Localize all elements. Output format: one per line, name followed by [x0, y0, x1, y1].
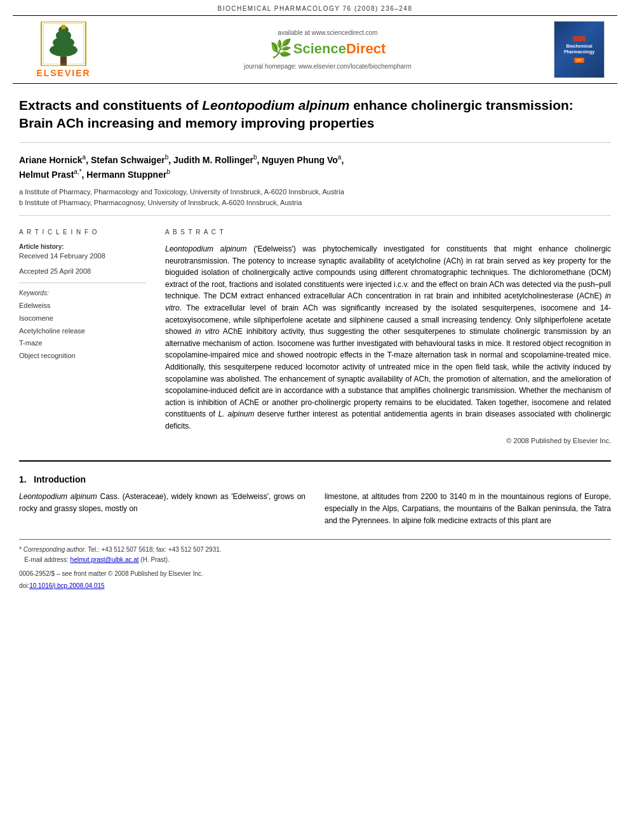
introduction-section: 1. Introduction Leontopodium alpinum Cas… — [19, 460, 611, 526]
info-divider — [19, 283, 146, 283]
journal-cover-title: Biochemical Pharmacology — [558, 43, 601, 55]
affiliation-b: b Institute of Pharmacy, Pharmacognosy, … — [19, 197, 611, 209]
affiliation-a: a Institute of Pharmacy, Pharmacology an… — [19, 187, 611, 198]
article-title: Extracts and constituents of Leontopodiu… — [19, 97, 611, 133]
doi-text: doi:10.1016/j.bcp.2008.04.015 — [19, 582, 105, 589]
journal-cover: Biochemical Pharmacology BP — [554, 21, 605, 78]
intro-left: Leontopodium alpinum Cass. (Asteraceae),… — [19, 491, 305, 526]
article-title-section: Extracts and constituents of Leontopodiu… — [19, 84, 611, 143]
main-content: Extracts and constituents of Leontopodiu… — [0, 84, 630, 589]
abstract-col: A B S T R A C T Leontopodium alpinum ('E… — [165, 229, 611, 445]
page-container: BIOCHEMICAL PHARMACOLOGY 76 (2008) 236–2… — [0, 0, 630, 840]
corresponding-author-note: * Corresponding author. Tel.: +43 512 50… — [19, 545, 611, 555]
center-header: available at www.sciencedirect.com 🌿 Sci… — [102, 29, 554, 70]
accepted-date: Accepted 25 April 2008 — [19, 267, 146, 275]
doi-link[interactable]: 10.1016/j.bcp.2008.04.015 — [29, 582, 104, 589]
keyword-object-recognition: Object recognition — [19, 350, 146, 363]
keyword-isocomene: Isocomene — [19, 312, 146, 325]
email-note: E-mail address: helmut.prast@uibk.ac.at … — [19, 555, 611, 565]
intro-left-text: Leontopodium alpinum Cass. (Asteraceae),… — [19, 491, 305, 514]
affiliations: a Institute of Pharmacy, Pharmacology an… — [19, 187, 611, 209]
elsevier-tree-icon — [38, 22, 89, 66]
keywords-label: Keywords: — [19, 290, 146, 297]
journal-citation-bar: BIOCHEMICAL PHARMACOLOGY 76 (2008) 236–2… — [0, 0, 630, 15]
issn-text: 0006-2952/$ – see front matter © 2008 Pu… — [19, 570, 203, 577]
authors-line: Ariane Hornicka, Stefan Schwaigerb, Judi… — [19, 152, 611, 182]
journal-citation: BIOCHEMICAL PHARMACOLOGY 76 (2008) 236–2… — [218, 5, 413, 12]
elsevier-logo: ELSEVIER — [25, 22, 102, 78]
section-title: Introduction — [34, 474, 86, 484]
corresponding-author-text: * Corresponding author. Tel.: +43 512 50… — [19, 546, 222, 553]
header-area: ELSEVIER available at www.sciencedirect.… — [13, 15, 617, 84]
abstract-heading: A B S T R A C T — [165, 229, 611, 236]
two-col-section: A R T I C L E I N F O Article history: R… — [19, 215, 611, 458]
direct-part: Direct — [346, 41, 385, 57]
abstract-text: Leontopodium alpinum ('Edelweiss') was p… — [165, 243, 611, 432]
available-text: available at www.sciencedirect.com — [114, 29, 541, 36]
received-date: Received 14 February 2008 — [19, 252, 146, 260]
sciencedirect-logo: 🌿 ScienceDirect — [270, 40, 386, 58]
svg-rect-5 — [62, 25, 65, 29]
history-label: Article history: — [19, 243, 146, 250]
footnotes-area: * Corresponding author. Tel.: +43 512 50… — [19, 539, 611, 589]
keyword-edelweiss: Edelweiss — [19, 300, 146, 312]
copyright-line: © 2008 Published by Elsevier Inc. — [165, 437, 611, 444]
elsevier-label: ELSEVIER — [36, 68, 90, 78]
doi-bar: doi:10.1016/j.bcp.2008.04.015 — [19, 577, 611, 589]
keyword-tmaze: T-maze — [19, 337, 146, 350]
svg-rect-0 — [60, 57, 67, 66]
authors-section: Ariane Hornicka, Stefan Schwaigerb, Judi… — [19, 143, 611, 215]
keyword-acetylcholine: Acetylcholine release — [19, 325, 146, 338]
intro-right: limestone, at altitudes from 2200 to 314… — [325, 491, 611, 526]
intro-two-col: Leontopodium alpinum Cass. (Asteraceae),… — [19, 491, 611, 526]
section-number: 1. — [19, 474, 27, 484]
intro-right-text: limestone, at altitudes from 2200 to 314… — [325, 491, 611, 526]
section-number-heading: 1. Introduction — [19, 474, 611, 484]
science-part: Science — [293, 41, 346, 57]
journal-homepage: journal homepage: www.elsevier.com/locat… — [114, 63, 541, 70]
article-info-col: A R T I C L E I N F O Article history: R… — [19, 229, 146, 445]
footer-bar: 0006-2952/$ – see front matter © 2008 Pu… — [19, 565, 611, 577]
journal-cover-pill: BP — [574, 58, 584, 63]
sd-leaf-icon: 🌿 — [270, 40, 292, 58]
sd-text: ScienceDirect — [293, 41, 386, 57]
article-info-heading: A R T I C L E I N F O — [19, 229, 146, 236]
email-link[interactable]: helmut.prast@uibk.ac.at — [70, 556, 139, 563]
